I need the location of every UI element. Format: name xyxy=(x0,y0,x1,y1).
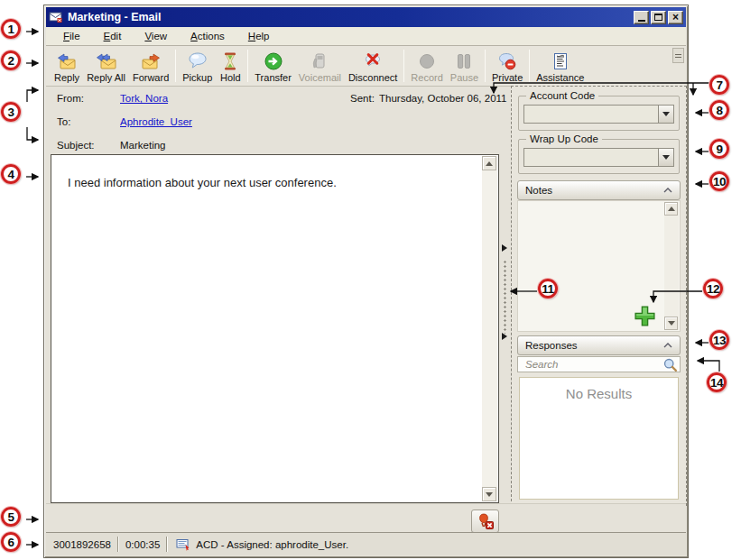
call-timer: 0:00:35 xyxy=(125,539,160,550)
scroll-down-icon xyxy=(668,321,675,326)
interaction-id: 3001892658 xyxy=(53,539,111,550)
disconnect-label: Disconnect xyxy=(348,72,397,83)
minimize-button[interactable] xyxy=(634,11,649,24)
pickup-icon xyxy=(187,50,208,72)
close-button[interactable]: × xyxy=(668,11,683,24)
account-code-dropdown-button[interactable] xyxy=(658,106,673,123)
statusbar-divider xyxy=(166,537,168,552)
wrap-up-code-group: Wrap Up Code xyxy=(518,139,680,174)
menu-actions[interactable]: Actions xyxy=(182,29,233,43)
notes-title: Notes xyxy=(525,185,552,196)
from-label: From: xyxy=(57,93,84,104)
pause-label: Pause xyxy=(450,72,478,83)
to-link[interactable]: Aphrodite_User xyxy=(120,116,192,127)
menu-edit[interactable]: Edit xyxy=(96,29,130,43)
spellcheck-button[interactable] xyxy=(471,510,499,533)
notes-scroll-down-button[interactable] xyxy=(664,317,678,330)
status-text: ACD - Assigned: aphrodite_User. xyxy=(196,539,348,550)
menu-bar: File Edit View Actions Help xyxy=(46,27,686,46)
menu-view[interactable]: View xyxy=(136,29,175,43)
forward-button[interactable]: Forward xyxy=(129,47,172,84)
chevron-up-icon xyxy=(663,343,672,348)
sidebar-panel: Account Code Wrap Up Code Notes xyxy=(511,86,687,506)
toolbar-separator xyxy=(485,50,486,82)
maximize-button[interactable] xyxy=(651,11,666,24)
pause-button[interactable]: Pause xyxy=(447,47,482,84)
search-input[interactable] xyxy=(523,358,662,371)
add-note-button[interactable] xyxy=(633,304,657,328)
subject-value: Marketing xyxy=(120,140,166,151)
callout-13: 13 xyxy=(709,330,729,350)
menu-file[interactable]: File xyxy=(55,29,88,43)
window-title: Marketing - Email xyxy=(68,11,632,23)
sent-value: Thursday, October 06, 2011 xyxy=(379,93,507,104)
notes-scroll-up-button[interactable] xyxy=(664,202,678,216)
scroll-up-icon xyxy=(668,207,675,211)
account-code-combobox[interactable] xyxy=(523,105,674,124)
toolbar-separator xyxy=(403,50,404,82)
plus-icon xyxy=(633,304,657,328)
callout-2: 2 xyxy=(1,50,21,70)
scroll-down-icon xyxy=(486,492,493,497)
forward-icon xyxy=(139,50,162,72)
body-scrollbar[interactable] xyxy=(482,156,497,501)
account-code-value xyxy=(524,106,658,123)
callout-3: 3 xyxy=(1,102,21,122)
statusbar-divider xyxy=(117,537,119,552)
wrap-up-code-dropdown-button[interactable] xyxy=(658,149,673,166)
callout-11: 11 xyxy=(538,279,558,298)
reply-all-label: Reply All xyxy=(87,72,125,83)
reply-label: Reply xyxy=(54,72,79,83)
responses-search-row xyxy=(517,356,681,372)
toolbar: Reply Reply All xyxy=(46,46,686,87)
toolbar-overflow-button[interactable] xyxy=(672,48,684,63)
splitter-arrow-icon xyxy=(502,333,507,340)
disconnect-button[interactable]: Disconnect xyxy=(345,47,401,84)
reply-icon xyxy=(55,50,79,72)
hold-button[interactable]: Hold xyxy=(216,47,245,84)
wrap-up-code-combobox[interactable] xyxy=(523,148,674,167)
menu-help[interactable]: Help xyxy=(240,29,278,43)
scroll-down-button[interactable] xyxy=(482,487,496,501)
pause-icon xyxy=(453,50,475,72)
scroll-up-icon xyxy=(486,161,493,166)
panel-splitter[interactable] xyxy=(501,154,509,503)
interaction-type-icon xyxy=(176,538,191,551)
transfer-button[interactable]: Transfer xyxy=(251,47,295,84)
message-body-text: I need information about your next user … xyxy=(68,175,473,190)
reply-all-icon xyxy=(95,50,118,72)
voicemail-button[interactable]: Voicemail xyxy=(295,47,345,84)
chevron-down-icon xyxy=(662,112,670,116)
splitter-arrow-icon xyxy=(502,244,507,252)
scroll-up-button[interactable] xyxy=(482,156,496,170)
private-icon xyxy=(496,50,518,72)
responses-header[interactable]: Responses xyxy=(517,335,681,355)
reply-button[interactable]: Reply xyxy=(51,47,83,84)
responses-title: Responses xyxy=(525,340,578,351)
private-button[interactable]: Private xyxy=(488,47,526,84)
email-window-icon xyxy=(49,10,63,24)
toolbar-separator xyxy=(529,50,530,82)
title-bar: Marketing - Email × xyxy=(46,7,686,27)
notes-area[interactable] xyxy=(517,200,681,332)
callout-9: 9 xyxy=(709,139,729,159)
reply-all-button[interactable]: Reply All xyxy=(83,47,129,84)
callout-14: 14 xyxy=(707,372,727,392)
wrap-up-code-label: Wrap Up Code xyxy=(526,133,602,144)
spellcheck-icon xyxy=(477,512,495,530)
to-label: To: xyxy=(57,116,70,127)
pickup-label: Pickup xyxy=(182,72,212,83)
message-body-area[interactable]: I need information about your next user … xyxy=(51,154,499,503)
search-icon[interactable] xyxy=(662,357,678,372)
private-label: Private xyxy=(492,72,523,83)
minimize-icon xyxy=(638,20,645,22)
notes-header[interactable]: Notes xyxy=(517,180,681,200)
pickup-button[interactable]: Pickup xyxy=(179,47,216,84)
callout-5: 5 xyxy=(1,507,21,527)
callout-1: 1 xyxy=(1,19,21,39)
from-link[interactable]: Tork, Nora xyxy=(120,93,168,104)
assistance-button[interactable]: Assistance xyxy=(533,47,588,84)
notes-scrollbar[interactable] xyxy=(664,202,679,330)
record-button[interactable]: Record xyxy=(407,47,446,84)
close-icon: × xyxy=(672,13,679,22)
